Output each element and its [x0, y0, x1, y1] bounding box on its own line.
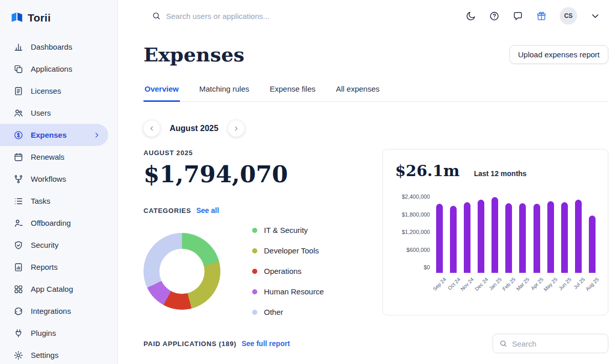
- sidebar-item-security[interactable]: Security: [0, 234, 108, 256]
- sidebar-item-expenses[interactable]: Expenses: [0, 124, 108, 146]
- legend-item: Human Resource: [252, 287, 324, 296]
- sidebar-item-users[interactable]: Users: [0, 102, 108, 124]
- x-tick-label: Nov 24: [460, 276, 475, 292]
- next-month-button[interactable]: [228, 120, 244, 137]
- legend-label: Developer Tools: [264, 246, 319, 255]
- legend-label: IT & Security: [264, 226, 308, 234]
- tab-all-expenses[interactable]: All expenses: [335, 80, 380, 102]
- sidebar-item-reports[interactable]: Reports: [0, 256, 108, 278]
- x-tick-label: May 25: [542, 276, 558, 292]
- avatar[interactable]: CS: [560, 7, 577, 25]
- torii-logo-icon: [10, 11, 24, 25]
- bar-aug-25: [589, 216, 596, 273]
- legend-item: Operations: [252, 267, 324, 275]
- legend-dot: [252, 289, 257, 294]
- bar-jan-25: [491, 197, 498, 273]
- x-tick: Jul 25: [575, 275, 582, 299]
- chevron-down-icon[interactable]: [590, 11, 601, 22]
- moon-icon[interactable]: [465, 11, 476, 22]
- chevron-right-icon: [93, 131, 101, 139]
- sidebar-item-label: Security: [31, 241, 58, 249]
- sidebar-item-label: Licenses: [31, 87, 61, 95]
- bar-chart-bars: [436, 196, 596, 273]
- x-tick: Jun 25: [561, 275, 568, 299]
- x-tick: May 25: [547, 275, 554, 299]
- legend-label: Other: [264, 308, 283, 316]
- y-tick-label: $2,400,000: [395, 194, 430, 200]
- x-tick: Aug 25: [589, 275, 596, 299]
- sidebar-item-settings[interactable]: Settings: [0, 344, 108, 364]
- gift-icon[interactable]: [536, 11, 547, 22]
- brand[interactable]: Torii: [0, 7, 117, 36]
- offboarding-icon: [13, 218, 24, 228]
- sidebar-item-label: App Catalog: [31, 285, 73, 293]
- x-tick-label: Jun 25: [557, 276, 572, 291]
- y-tick-label: $0: [395, 264, 430, 270]
- global-search-input[interactable]: [166, 12, 330, 20]
- x-tick: Apr 25: [534, 275, 540, 299]
- topbar: CS: [118, 0, 615, 32]
- bar-chart: $2,400,000$1,800,000$1,200,000$600,000$0…: [395, 196, 596, 299]
- bar-sep-24: [436, 204, 443, 273]
- bar-jun-25: [561, 202, 568, 273]
- sidebar-item-label: Integrations: [31, 307, 71, 315]
- summary-amount: $1,794,070: [144, 161, 367, 188]
- sidebar-item-label: Expenses: [31, 131, 67, 139]
- x-tick: Nov 24: [464, 275, 470, 299]
- tab-overview[interactable]: Overview: [144, 80, 180, 102]
- donut-legend: IT & SecurityDeveloper ToolsOperationsHu…: [252, 226, 324, 316]
- donut-chart: [144, 233, 220, 310]
- tabs: OverviewMatching rulesExpense filesAll e…: [144, 80, 608, 102]
- tab-matching-rules[interactable]: Matching rules: [198, 80, 251, 102]
- legend-item: IT & Security: [252, 226, 324, 234]
- upload-expenses-button[interactable]: Upload expenses report: [509, 45, 608, 64]
- tab-expense-files[interactable]: Expense files: [269, 80, 316, 102]
- see-full-report-link[interactable]: See full report: [241, 339, 290, 348]
- page-title: Expenses: [144, 43, 244, 66]
- sidebar-item-offboarding[interactable]: Offboarding: [0, 212, 108, 234]
- paid-apps-search[interactable]: [493, 334, 608, 353]
- x-tick: Feb 25: [505, 275, 512, 299]
- x-tick: Sep 24: [436, 275, 443, 299]
- licenses-icon: [13, 86, 24, 96]
- integrations-icon: [13, 306, 24, 316]
- sidebar-item-workflows[interactable]: Workflows: [0, 168, 108, 190]
- summary-period-label: AUGUST 2025: [144, 149, 367, 157]
- bar-jul-25: [575, 200, 582, 273]
- chevron-left-icon: [148, 125, 155, 132]
- sidebar-item-label: Workflows: [31, 175, 66, 183]
- sidebar-item-renewals[interactable]: Renewals: [0, 146, 108, 168]
- help-icon[interactable]: [489, 11, 500, 22]
- search-icon: [499, 339, 507, 348]
- tasks-icon: [13, 196, 24, 206]
- paid-apps-search-input[interactable]: [512, 339, 602, 348]
- legend-dot: [252, 228, 257, 233]
- expenses-icon: [13, 130, 24, 140]
- y-tick-label: $1,200,000: [395, 229, 430, 235]
- content: Expenses Upload expenses report Overview…: [118, 32, 615, 364]
- see-all-link[interactable]: See all: [196, 206, 219, 215]
- x-tick: Mar 25: [519, 275, 526, 299]
- renewals-icon: [13, 152, 24, 162]
- sidebar-item-applications[interactable]: Applications: [0, 58, 108, 80]
- month-label: August 2025: [170, 124, 218, 133]
- sidebar-item-plugins[interactable]: Plugins: [0, 322, 108, 344]
- workflows-icon: [13, 174, 24, 184]
- summary-column: AUGUST 2025 $1,794,070 CATEGORIES See al…: [144, 149, 382, 316]
- sidebar-item-app-catalog[interactable]: App Catalog: [0, 278, 108, 300]
- search-icon: [152, 11, 161, 20]
- sidebar-item-dashboards[interactable]: Dashboards: [0, 36, 108, 58]
- sidebar-item-label: Tasks: [31, 197, 50, 205]
- sidebar-item-integrations[interactable]: Integrations: [0, 300, 108, 322]
- brand-name: Torii: [28, 12, 51, 24]
- prev-month-button[interactable]: [144, 120, 160, 137]
- bar-chart-x-axis: Sep 24Oct 24Nov 24Dec 24Jan 25Feb 25Mar …: [436, 275, 596, 299]
- sidebar-item-licenses[interactable]: Licenses: [0, 80, 108, 102]
- chevron-right-icon: [233, 125, 240, 132]
- applications-icon: [13, 64, 24, 74]
- chat-icon[interactable]: [512, 11, 523, 22]
- global-search[interactable]: [152, 11, 465, 20]
- sidebar-item-tasks[interactable]: Tasks: [0, 190, 108, 212]
- sidebar-nav: DashboardsApplicationsLicensesUsersExpen…: [0, 36, 117, 364]
- sidebar-item-label: Offboarding: [31, 219, 71, 227]
